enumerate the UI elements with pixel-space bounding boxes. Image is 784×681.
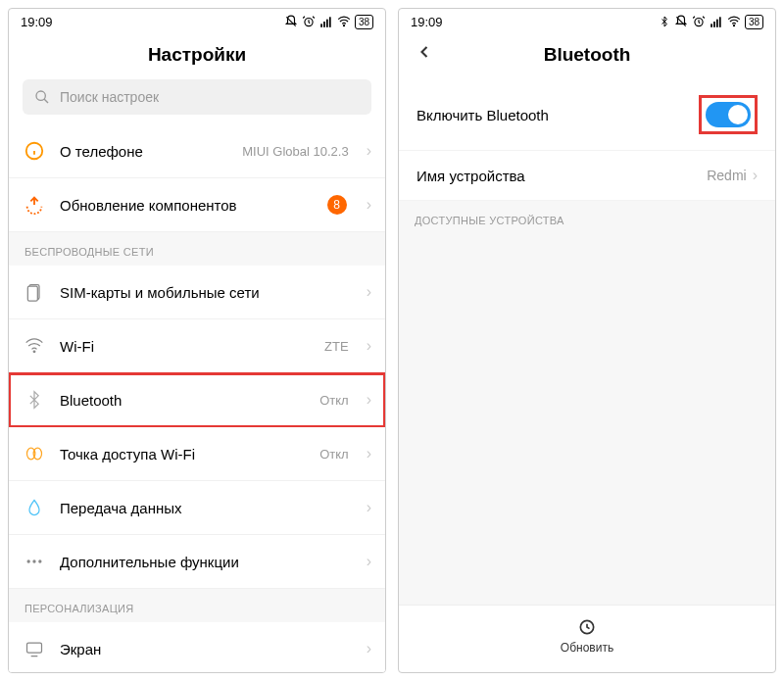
item-value: ZTE [324, 339, 349, 354]
device-name-value: Redmi [707, 168, 746, 183]
display-icon [23, 637, 46, 660]
status-time: 19:09 [411, 15, 443, 29]
svg-point-19 [38, 559, 41, 562]
back-button[interactable] [415, 42, 434, 62]
page-title: Bluetooth [399, 34, 775, 79]
bluetooth-toggle[interactable] [706, 102, 751, 127]
item-label: Wi-Fi [60, 338, 311, 355]
svg-point-18 [32, 559, 35, 562]
hotspot-item[interactable]: Точка доступа Wi-Fi Откл › [9, 427, 385, 481]
about-phone-item[interactable]: О телефоне MIUI Global 10.2.3 › [9, 124, 385, 178]
chevron-right-icon: › [367, 142, 371, 160]
item-value: MIUI Global 10.2.3 [242, 144, 348, 159]
svg-rect-20 [27, 643, 42, 653]
chevron-right-icon: › [367, 391, 371, 409]
chevron-right-icon: › [367, 337, 371, 355]
bluetooth-item[interactable]: Bluetooth Откл › [9, 373, 385, 427]
bluetooth-status-icon [659, 16, 670, 27]
title-text: Bluetooth [544, 44, 631, 65]
chevron-right-icon: › [367, 640, 371, 657]
personalization-section-header: ПЕРСОНАЛИЗАЦИЯ [9, 589, 385, 622]
svg-point-17 [27, 559, 30, 562]
wifi-icon [727, 15, 741, 28]
update-icon [23, 193, 46, 217]
chevron-right-icon: › [367, 499, 371, 516]
bluetooth-icon [23, 388, 46, 412]
info-icon [23, 139, 46, 163]
search-input[interactable]: Поиск настроек [23, 79, 371, 115]
svg-rect-13 [27, 286, 37, 301]
wifi-icon [337, 15, 351, 28]
wifi-icon [23, 334, 46, 358]
data-usage-item[interactable]: Передача данных › [9, 481, 385, 535]
search-icon [34, 89, 50, 105]
enable-bluetooth-label: Включить Bluetooth [416, 107, 549, 123]
item-label: О телефоне [60, 143, 228, 160]
item-label: Обновление компонентов [60, 197, 314, 214]
svg-rect-5 [329, 17, 331, 26]
svg-point-28 [733, 25, 734, 26]
svg-rect-2 [320, 24, 322, 27]
chevron-right-icon: › [367, 283, 371, 301]
device-name-row[interactable]: Имя устройства Redmi › [399, 151, 775, 201]
refresh-button[interactable]: Обновить [399, 605, 775, 672]
alarm-icon [692, 15, 706, 28]
status-time: 19:09 [21, 15, 53, 29]
bluetooth-screen: 19:09 38 Bluetooth Включить Bl [398, 8, 776, 673]
svg-rect-27 [719, 17, 721, 26]
chevron-right-icon: › [367, 553, 371, 570]
svg-line-8 [44, 99, 48, 103]
item-label: SIM-карты и мобильные сети [60, 284, 353, 301]
item-value: Откл [319, 393, 349, 408]
signal-icon [710, 15, 723, 28]
wireless-section-header: БЕСПРОВОДНЫЕ СЕТИ [9, 232, 385, 266]
status-bar: 19:09 38 [399, 9, 775, 34]
item-label: Bluetooth [60, 392, 306, 409]
toggle-highlight [699, 95, 758, 134]
available-devices-header: ДОСТУПНЫЕ УСТРОЙСТВА [399, 201, 775, 234]
svg-rect-25 [713, 22, 715, 27]
chevron-right-icon: › [753, 167, 758, 184]
search-placeholder: Поиск настроек [60, 89, 159, 105]
more-item[interactable]: Дополнительные функции › [9, 535, 385, 589]
mute-icon [284, 15, 298, 28]
alarm-icon [302, 15, 316, 28]
page-title: Настройки [9, 34, 385, 79]
mute-icon [674, 15, 688, 28]
svg-point-14 [33, 351, 35, 353]
settings-screen: 19:09 38 Настройки Поиск настроек [8, 8, 386, 673]
svg-rect-4 [326, 20, 328, 27]
enable-bluetooth-row: Включить Bluetooth [399, 79, 775, 151]
data-icon [23, 496, 46, 519]
svg-rect-26 [716, 20, 718, 27]
chevron-right-icon: › [367, 196, 371, 214]
svg-rect-3 [323, 22, 325, 27]
signal-icon [319, 15, 333, 28]
more-icon [23, 550, 46, 573]
settings-list[interactable]: О телефоне MIUI Global 10.2.3 › Обновлен… [9, 124, 385, 672]
chevron-right-icon: › [367, 445, 371, 462]
update-item[interactable]: Обновление компонентов 8 › [9, 178, 385, 232]
refresh-icon [577, 617, 597, 637]
sim-icon [23, 280, 46, 304]
status-icons: 38 [659, 15, 763, 29]
item-label: Дополнительные функции [60, 554, 353, 570]
wifi-item[interactable]: Wi-Fi ZTE › [9, 319, 385, 373]
battery-indicator: 38 [745, 15, 763, 29]
refresh-label: Обновить [561, 641, 613, 655]
battery-indicator: 38 [355, 15, 373, 29]
status-bar: 19:09 38 [9, 9, 385, 34]
device-name-label: Имя устройства [416, 168, 525, 184]
item-value: Откл [319, 447, 349, 462]
sim-item[interactable]: SIM-карты и мобильные сети › [9, 266, 385, 319]
item-label: Точка доступа Wi-Fi [60, 446, 306, 462]
item-label: Передача данных [60, 500, 353, 516]
svg-point-6 [343, 25, 344, 26]
item-label: Экран [60, 641, 353, 657]
hotspot-icon [23, 442, 46, 465]
display-item[interactable]: Экран › [9, 622, 385, 672]
svg-point-7 [36, 91, 45, 100]
status-icons: 38 [284, 15, 373, 29]
available-devices-list [399, 234, 775, 605]
update-badge: 8 [327, 195, 347, 215]
